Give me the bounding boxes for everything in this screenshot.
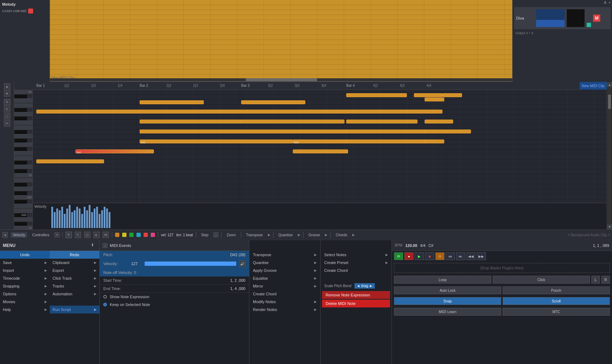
piano-key-e4[interactable] bbox=[14, 103, 32, 108]
menu-undo[interactable]: Undo bbox=[0, 251, 50, 259]
note-13[interactable] bbox=[346, 139, 435, 143]
tool-erase-icon[interactable]: ◻ bbox=[84, 232, 90, 238]
piano-key-gs3[interactable] bbox=[14, 139, 27, 142]
piano-key-f3[interactable] bbox=[14, 151, 32, 156]
auto-lock-btn[interactable]: Auto Lock bbox=[394, 286, 501, 294]
menu-automation[interactable]: Automation▶ bbox=[50, 290, 100, 298]
transport-loop-icon[interactable]: ⟳ bbox=[394, 252, 403, 260]
piano-key-fs3[interactable] bbox=[14, 147, 27, 151]
menu-timecode[interactable]: Timecode▶ bbox=[0, 274, 50, 282]
menu-movies[interactable]: Movies▶ bbox=[0, 298, 50, 306]
show-note-radio[interactable] bbox=[103, 295, 107, 299]
note-10[interactable] bbox=[425, 130, 446, 133]
piano-key-g4[interactable]: G4 bbox=[14, 90, 32, 95]
scroll-left-btn[interactable]: ◄ bbox=[2, 232, 8, 238]
piano-key-fs4[interactable] bbox=[14, 95, 27, 98]
note-12[interactable]: G#2 bbox=[293, 139, 352, 143]
note-9[interactable] bbox=[346, 130, 471, 133]
transpose-btn[interactable]: Transpose bbox=[244, 232, 265, 238]
menu-import[interactable]: Import▶ bbox=[0, 267, 50, 274]
menu-click-track[interactable]: Click Track▶ bbox=[50, 274, 100, 282]
piano-key-as2[interactable] bbox=[14, 183, 27, 186]
piano-key-d3[interactable] bbox=[14, 164, 32, 169]
note-1[interactable] bbox=[140, 100, 204, 104]
piano-key-cs2[interactable] bbox=[14, 222, 27, 226]
scroll-up-btn[interactable]: ▲ bbox=[4, 83, 10, 90]
transport-stop-icon[interactable]: ■ bbox=[425, 252, 434, 260]
piano-key-d4[interactable] bbox=[14, 112, 32, 117]
piano-key-as3[interactable] bbox=[14, 130, 27, 134]
keep-selected-radio[interactable] bbox=[103, 303, 107, 306]
piano-key-e3[interactable] bbox=[14, 156, 32, 161]
vscroll-down[interactable]: ▼ bbox=[607, 225, 612, 229]
remove-note-expr-btn[interactable]: Remove Note Expression bbox=[322, 291, 390, 299]
note-11[interactable]: G#2 bbox=[140, 139, 293, 143]
piano-key-b3[interactable] bbox=[14, 125, 32, 130]
zoom-btn[interactable]: Zoom bbox=[224, 232, 238, 238]
menu-clipboard[interactable]: Clipboard▶ bbox=[50, 259, 100, 267]
scale-drag-btn[interactable]: ◄ drag ► bbox=[354, 283, 375, 289]
tool-pencil[interactable]: ✎ bbox=[4, 99, 10, 105]
color-red[interactable] bbox=[144, 233, 148, 237]
right-select-notes[interactable]: Select Notes▶ bbox=[321, 251, 391, 259]
menu-save[interactable]: Save▶ bbox=[0, 259, 50, 267]
piano-key-ds3[interactable] bbox=[14, 161, 27, 164]
transport-rewind-icon[interactable]: ⏮ bbox=[446, 252, 455, 260]
transport-rec-icon[interactable]: ● bbox=[404, 252, 414, 260]
note-top-3[interactable] bbox=[442, 93, 462, 97]
tool-select[interactable]: ↖ bbox=[4, 106, 10, 112]
mute-velocity-btn[interactable]: 🔊 bbox=[239, 260, 245, 267]
note-3[interactable] bbox=[36, 110, 442, 114]
piano-key-fs2[interactable] bbox=[14, 200, 27, 204]
piano-key-c4[interactable] bbox=[14, 120, 32, 125]
menu-snapping[interactable]: Snapping▶ bbox=[0, 282, 50, 290]
note-ds2-2[interactable] bbox=[293, 149, 348, 153]
piano-key-g2[interactable]: G#2 bbox=[14, 195, 32, 200]
center-apply-groove[interactable]: Apply Groove▶ bbox=[249, 267, 320, 274]
transport-prev-icon[interactable]: ◀◀ bbox=[466, 252, 476, 260]
center-mirror[interactable]: Mirror▶ bbox=[249, 282, 320, 290]
tool-draw-icon[interactable]: ✎ bbox=[66, 232, 72, 238]
piano-key-a2[interactable] bbox=[14, 186, 32, 191]
piano-key-a3[interactable] bbox=[14, 134, 32, 139]
center-create-chord[interactable]: Create Chord bbox=[249, 290, 320, 298]
scroll-down-btn[interactable]: ▼ bbox=[4, 90, 10, 97]
color-pink[interactable] bbox=[151, 233, 155, 237]
color-green[interactable] bbox=[129, 233, 134, 237]
velocity-btn[interactable]: Velocity bbox=[11, 232, 27, 238]
note-top-4[interactable] bbox=[425, 97, 444, 101]
piano-key-e2[interactable] bbox=[14, 209, 32, 213]
note-ds2-1[interactable]: D#2 bbox=[76, 149, 154, 153]
menu-export[interactable]: Export▶ bbox=[50, 267, 100, 274]
click-btn[interactable]: Click bbox=[493, 276, 590, 284]
step-speaker-icon[interactable]: ♪ bbox=[213, 232, 218, 237]
center-render-notes[interactable]: Render Notes▶ bbox=[249, 306, 320, 313]
punch-btn[interactable]: Punch bbox=[503, 286, 610, 294]
menu-help[interactable]: Help▶ bbox=[0, 306, 50, 313]
menu-run-script[interactable]: Run Script▶ bbox=[50, 306, 100, 313]
l-btn[interactable]: L bbox=[591, 276, 600, 284]
record-dot[interactable] bbox=[28, 9, 33, 14]
note-6[interactable] bbox=[346, 120, 417, 123]
tool-mute-icon[interactable]: M bbox=[103, 232, 109, 238]
tool-select-icon[interactable]: ↖ bbox=[75, 232, 81, 238]
piano-key-g3[interactable] bbox=[14, 142, 32, 147]
right-create-chord[interactable]: Create Chord bbox=[321, 267, 391, 274]
mtc-btn[interactable]: MTC bbox=[503, 308, 610, 316]
piano-key-c2[interactable]: C2 bbox=[14, 226, 32, 230]
quantise-btn[interactable]: Quantise bbox=[276, 232, 295, 238]
loop-btn[interactable]: Loop bbox=[394, 276, 491, 284]
note-2[interactable] bbox=[241, 100, 305, 104]
note-top-2[interactable] bbox=[414, 93, 442, 97]
note-c2[interactable] bbox=[36, 159, 104, 163]
note-top-1[interactable] bbox=[346, 93, 407, 97]
center-transpose[interactable]: Transpose▶ bbox=[249, 251, 320, 259]
note-5[interactable] bbox=[241, 120, 344, 123]
menu-tracks[interactable]: Tracks▶ bbox=[50, 282, 100, 290]
r-btn[interactable]: R bbox=[601, 276, 610, 284]
delete-midi-note-btn[interactable]: Delete MIDI Note bbox=[322, 300, 390, 307]
tool-paint-icon[interactable]: ▸ bbox=[93, 232, 100, 238]
piano-key-ds4[interactable] bbox=[14, 108, 27, 112]
piano-key-c3[interactable]: C3 bbox=[14, 173, 32, 178]
download-icon[interactable]: ⬇ bbox=[91, 243, 97, 248]
